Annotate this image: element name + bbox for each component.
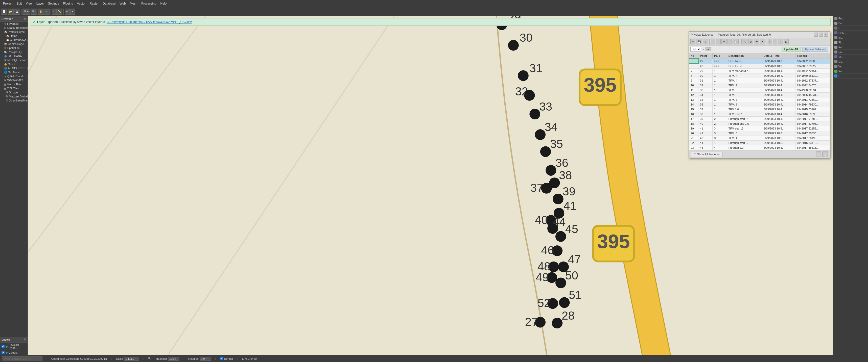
browser-mapzen[interactable]: MMapzen Global xyxy=(0,94,28,98)
filter-field-select[interactable]: fid xyxy=(690,47,701,52)
field-calc-btn[interactable]: ∑ xyxy=(778,39,783,44)
browser-close-icon[interactable]: ✕ xyxy=(24,17,26,21)
dock-left-icon[interactable]: ◧ xyxy=(816,152,821,157)
menu-edit[interactable]: Edit xyxy=(14,1,24,6)
zoom-to-selected-btn[interactable]: 🔍 xyxy=(741,39,747,44)
reload-btn[interactable]: ↺ xyxy=(703,39,708,44)
layers-close-icon[interactable]: ✕ xyxy=(24,338,26,341)
show-all-features-button[interactable]: ☐ Show All Features xyxy=(691,152,722,157)
table-row[interactable]: 10 32 1 TFM. 2 5/29/2023 10:4... 6941992… xyxy=(689,83,830,88)
table-row[interactable]: 8 30 1 TFM. 4 5/29/2023 10:4... 6941970.… xyxy=(689,73,830,78)
table-row[interactable]: 20 42 3 TFM .3 5/29/2023 10:5... 6942017… xyxy=(689,131,830,136)
digitize-btn[interactable]: ✏ xyxy=(65,8,70,14)
browser-osm[interactable]: OOpenStreetMap xyxy=(0,98,28,102)
menu-help[interactable]: Help xyxy=(158,1,169,6)
right-panel-item-pl[interactable]: PL... xyxy=(833,40,868,45)
layer-physical-evidence[interactable]: ◆ Physical Evide... xyxy=(0,342,28,350)
table-row[interactable]: 12 34 1 TFM. 6 5/29/2023 10:4... 6942006… xyxy=(689,93,830,97)
browser-vector-tiles[interactable]: ▦Vector Tiles xyxy=(0,82,28,86)
right-panel-item-ca[interactable]: Ca... xyxy=(833,21,868,26)
col-header-description[interactable]: Description xyxy=(727,53,762,59)
menu-settings[interactable]: Settings xyxy=(46,1,61,6)
right-panel-item-ve[interactable]: Ve... xyxy=(833,55,868,59)
browser-mssql[interactable]: 🗄MS SQL Server xyxy=(0,58,28,62)
table-row[interactable]: 21 43 3 TFM. 4 5/29/2023 10:5... 6942017… xyxy=(689,136,830,141)
browser-favorites[interactable]: ★Favorites xyxy=(0,22,28,26)
layer-google[interactable]: ◆ Google xyxy=(0,350,28,355)
dialog-maximize-btn[interactable]: □ xyxy=(819,33,823,37)
table-row[interactable]: 6 28 NULL POR Front 5/29/2023 10:3... 69… xyxy=(689,64,830,69)
table-row[interactable]: 19 41 3 TFM start .3 5/29/2023 10:5... 6… xyxy=(689,126,830,131)
right-panel-item-gps[interactable]: GPS... xyxy=(833,31,868,35)
layer-visibility-toggle[interactable] xyxy=(1,345,4,348)
paste-btn[interactable]: 📋 xyxy=(733,39,739,44)
menu-web[interactable]: Web xyxy=(118,1,128,6)
table-row[interactable]: 13 35 1 TFM. 7 5/29/2023 10:4... 6942011… xyxy=(689,97,830,102)
col-header-datetime[interactable]: Date & Time xyxy=(762,53,795,59)
right-panel-item-re[interactable]: Re... xyxy=(833,16,868,21)
browser-spatialite[interactable]: 🗄SpatiaLite xyxy=(0,46,28,50)
open-project-btn[interactable]: 📂 xyxy=(7,8,13,14)
browser-qfieldcloud[interactable]: ☁QFieldCloud xyxy=(0,74,28,78)
dialog-minimize-btn[interactable]: _ xyxy=(814,33,818,37)
table-row[interactable]: 17 39 2 Furough start .2 5/29/2023 10:4.… xyxy=(689,117,830,122)
map-area[interactable]: ✓ Layer Exported: Successfully saved vec… xyxy=(28,16,833,355)
browser-sap-hana[interactable]: 🔷SAP HANA xyxy=(0,54,28,58)
rotation-input[interactable] xyxy=(199,357,211,361)
identify-btn[interactable]: ℹ xyxy=(52,8,56,14)
pan-btn[interactable]: ✋ xyxy=(38,8,44,14)
pan-to-selected-btn[interactable]: ⊕ xyxy=(748,39,753,44)
menu-raster[interactable]: Raster xyxy=(88,1,100,6)
right-panel-item-ve2[interactable]: Ve... xyxy=(833,64,868,69)
right-panel-item-d[interactable]: D... xyxy=(833,26,868,31)
menu-database[interactable]: Database xyxy=(100,1,118,6)
table-row[interactable]: 14 36 1 TFM. 8 5/29/2023 10:4... 6942014… xyxy=(689,102,830,107)
scale-input[interactable] xyxy=(124,357,139,361)
col-header-xcoord[interactable]: x coord xyxy=(795,53,830,59)
menu-project[interactable]: Project xyxy=(1,1,14,6)
right-panel-item-ra1[interactable]: Ra... xyxy=(833,45,868,50)
save-project-btn[interactable]: 💾 xyxy=(14,8,20,14)
deselect-btn[interactable]: ✗ xyxy=(760,39,765,44)
update-selected-button[interactable]: Update Selected xyxy=(802,47,828,52)
table-row[interactable]: 5 27 NULL POR Rear 5/29/2023 10:3... 694… xyxy=(689,59,830,64)
zoom-in-btn[interactable]: 🔍+ xyxy=(23,8,30,14)
cut-btn[interactable]: ✂ xyxy=(721,39,726,44)
zoom-out-btn[interactable]: 🔍- xyxy=(31,8,37,14)
menu-view[interactable]: View xyxy=(24,1,34,6)
browser-windows-ssd[interactable]: 💾C:\ (Windows-SSD) xyxy=(0,38,28,42)
filter-btn[interactable]: ≡ xyxy=(768,39,772,44)
invert-selection-btn[interactable]: ⇄ xyxy=(754,39,759,44)
dialog-close-btn[interactable]: ✕ xyxy=(824,33,828,37)
menu-layer[interactable]: Layer xyxy=(34,1,46,6)
browser-home[interactable]: 🏠Home xyxy=(0,34,28,38)
browser-oracle[interactable]: 🔶Oracle xyxy=(0,62,28,66)
filter-apply-btn[interactable]: = xyxy=(706,47,711,51)
browser-google[interactable]: GGoogle xyxy=(0,90,28,94)
table-row[interactable]: 7 29 1 TFM star at rd e... 5/29/2023 10:… xyxy=(689,69,830,73)
browser-postgresql[interactable]: 🐘PostgreSQL xyxy=(0,50,28,54)
col-header-fid[interactable]: fid xyxy=(689,53,699,59)
copy-btn[interactable]: ⎘ xyxy=(727,39,732,44)
browser-geonode[interactable]: 🌐GeoNode xyxy=(0,70,28,74)
sort-btn[interactable]: ↕ xyxy=(773,39,777,44)
right-panel-item-ra3[interactable]: Ra... xyxy=(833,69,868,74)
browser-wms-wmts[interactable]: 🗺WMS/WMTS xyxy=(0,78,28,82)
browser-arcgis-rest[interactable]: 🌐ArcGIS REST Server xyxy=(0,66,28,70)
menu-mesh[interactable]: Mesh xyxy=(128,1,139,6)
add-feature-btn[interactable]: + xyxy=(70,8,75,14)
table-row[interactable]: 23 45 4 Furough 2.0 5/29/2023 10:5... 69… xyxy=(689,145,830,150)
render-toggle[interactable] xyxy=(220,357,223,360)
right-panel-item-s[interactable]: S... xyxy=(833,74,868,78)
epsg-value[interactable]: EPSG:6420 xyxy=(242,357,257,360)
menu-plugins[interactable]: Plugins xyxy=(61,1,75,6)
table-row[interactable]: 18 40 2 Furough end 1.5 5/29/2023 10:4..… xyxy=(689,122,830,126)
dock-btn[interactable]: ⊞ xyxy=(784,39,789,44)
table-row[interactable]: 15 37 1 TFM 1.0 5/29/2023 10:4... 694201… xyxy=(689,107,830,112)
update-all-button[interactable]: Update All xyxy=(782,47,801,52)
toggle-editing-btn[interactable]: ✏ xyxy=(690,39,695,44)
browser-project-home[interactable]: 🏠Project Home xyxy=(0,30,28,34)
table-row[interactable]: 16 38 1 TFM end .1 5/29/2023 10:4... 694… xyxy=(689,112,830,117)
table-row[interactable]: 11 33 1 TFM. 6 5/29/2023 10:4... 6941998… xyxy=(689,88,830,93)
locate-input[interactable] xyxy=(2,357,42,361)
